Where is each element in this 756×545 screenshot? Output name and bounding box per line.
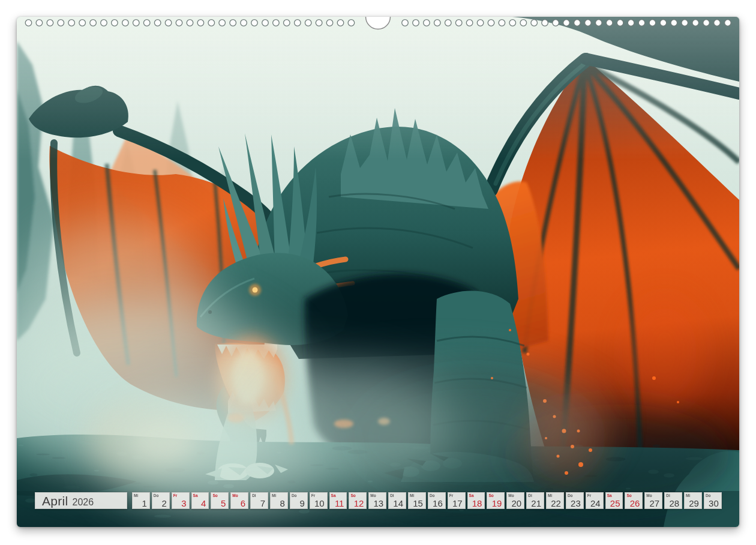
- weekday-abbr: Do: [706, 493, 711, 498]
- day-number: 11: [335, 499, 344, 508]
- day-cell: Fr 10: [310, 492, 328, 509]
- dragon-artwork: [17, 17, 739, 527]
- day-number: 29: [689, 499, 699, 508]
- day-number: 1: [142, 499, 147, 508]
- day-cell: Do 16: [428, 492, 446, 509]
- weekday-abbr: Mo: [370, 493, 376, 498]
- weekday-abbr: Fr: [449, 493, 454, 498]
- day-cell: Do 30: [704, 492, 722, 509]
- day-cell: Do 9: [290, 492, 308, 509]
- weekday-abbr: Fr: [311, 493, 316, 498]
- weekday-abbr: Mi: [272, 493, 276, 498]
- day-number: 3: [181, 499, 186, 508]
- day-cell: Di 14: [388, 492, 406, 509]
- day-number: 4: [201, 499, 206, 508]
- day-number: 21: [531, 499, 541, 508]
- weekday-abbr: Mo: [646, 493, 652, 498]
- day-cell: Do 23: [566, 492, 584, 509]
- day-cell: So 19: [487, 492, 505, 509]
- day-cell: Mo 27: [644, 492, 662, 509]
- day-cell: Sa 4: [191, 492, 209, 509]
- day-cell: So 26: [625, 492, 643, 509]
- day-cell: Mo 6: [230, 492, 248, 509]
- weekday-abbr: Do: [568, 493, 573, 498]
- day-cell: Mo 20: [506, 492, 524, 509]
- calendar-product-page: April 2026 Mi 1 Do 2 Fr 3 Sa 4 So 5 Mo 6…: [0, 0, 756, 545]
- weekday-abbr: Sa: [469, 493, 474, 498]
- weekday-abbr: Di: [390, 493, 394, 498]
- day-cell: Mi 8: [270, 492, 288, 509]
- day-cell: Mi 29: [684, 492, 702, 509]
- day-cell: Mi 15: [408, 492, 426, 509]
- weekday-abbr: Do: [292, 493, 297, 498]
- day-cell: Fr 3: [172, 492, 190, 509]
- weekday-abbr: Fr: [587, 493, 592, 498]
- day-cell: Mi 22: [546, 492, 564, 509]
- day-number: 9: [299, 499, 304, 508]
- day-number: 14: [393, 499, 403, 508]
- day-number: 24: [590, 499, 601, 508]
- eye: [253, 288, 258, 293]
- day-number: 28: [669, 499, 679, 508]
- weekday-abbr: Di: [252, 493, 256, 498]
- day-cell: Fr 24: [586, 492, 604, 509]
- calendar-strip: April 2026 Mi 1 Do 2 Fr 3 Sa 4 So 5 Mo 6…: [35, 492, 722, 509]
- day-number: 7: [260, 499, 265, 508]
- day-cell: Sa 11: [329, 492, 347, 509]
- calendar-sheet: April 2026 Mi 1 Do 2 Fr 3 Sa 4 So 5 Mo 6…: [17, 17, 739, 527]
- month-name: April: [42, 494, 68, 508]
- weekday-abbr: Di: [666, 493, 670, 498]
- weekday-abbr: So: [488, 493, 493, 498]
- day-cell: Do 2: [152, 492, 170, 509]
- month-label: April 2026: [35, 492, 127, 509]
- day-cell: So 12: [349, 492, 367, 509]
- day-number: 12: [354, 499, 364, 508]
- day-cell: Di 21: [526, 492, 544, 509]
- day-number: 27: [650, 499, 660, 508]
- day-number: 16: [433, 499, 443, 508]
- day-cell: Mi 1: [132, 492, 150, 509]
- day-number: 30: [709, 499, 719, 508]
- weekday-abbr: Sa: [607, 493, 612, 498]
- weekday-abbr: Mi: [410, 493, 414, 498]
- weekday-abbr: Mi: [548, 493, 552, 498]
- weekday-abbr: Mi: [686, 493, 690, 498]
- day-number: 5: [221, 499, 226, 508]
- day-cell: Sa 18: [467, 492, 485, 509]
- year: 2026: [73, 497, 94, 508]
- day-cell: Mo 13: [368, 492, 386, 509]
- day-number: 23: [571, 499, 581, 508]
- day-number: 20: [512, 499, 522, 508]
- day-cells: Mi 1 Do 2 Fr 3 Sa 4 So 5 Mo 6 Di 7 Mi 8 …: [132, 492, 722, 509]
- day-number: 25: [610, 499, 620, 508]
- weekday-abbr: Do: [154, 493, 159, 498]
- day-number: 22: [551, 499, 561, 508]
- day-number: 26: [630, 499, 640, 508]
- day-number: 17: [452, 499, 463, 508]
- day-number: 15: [413, 499, 423, 508]
- day-number: 2: [161, 499, 166, 508]
- day-number: 13: [373, 499, 383, 508]
- weekday-abbr: Do: [430, 493, 435, 498]
- day-cell: Fr 17: [448, 492, 466, 509]
- day-number: 8: [280, 499, 285, 508]
- weekday-abbr: Fr: [173, 493, 178, 498]
- day-number: 18: [472, 499, 482, 508]
- day-number: 10: [314, 499, 325, 508]
- weekday-abbr: Mo: [232, 493, 238, 498]
- weekday-abbr: So: [212, 493, 217, 498]
- weekday-abbr: Sa: [193, 493, 198, 498]
- weekday-abbr: Mi: [134, 493, 138, 498]
- day-number: 6: [241, 499, 245, 508]
- day-cell: So 5: [211, 492, 229, 509]
- day-cell: Sa 25: [605, 492, 623, 509]
- day-cell: Di 7: [250, 492, 268, 509]
- weekday-abbr: Mo: [508, 493, 514, 498]
- day-cell: Di 28: [664, 492, 682, 509]
- weekday-abbr: So: [350, 493, 355, 498]
- day-number: 19: [492, 499, 502, 508]
- weekday-abbr: Sa: [331, 493, 336, 498]
- weekday-abbr: Di: [528, 493, 532, 498]
- weekday-abbr: So: [626, 493, 631, 498]
